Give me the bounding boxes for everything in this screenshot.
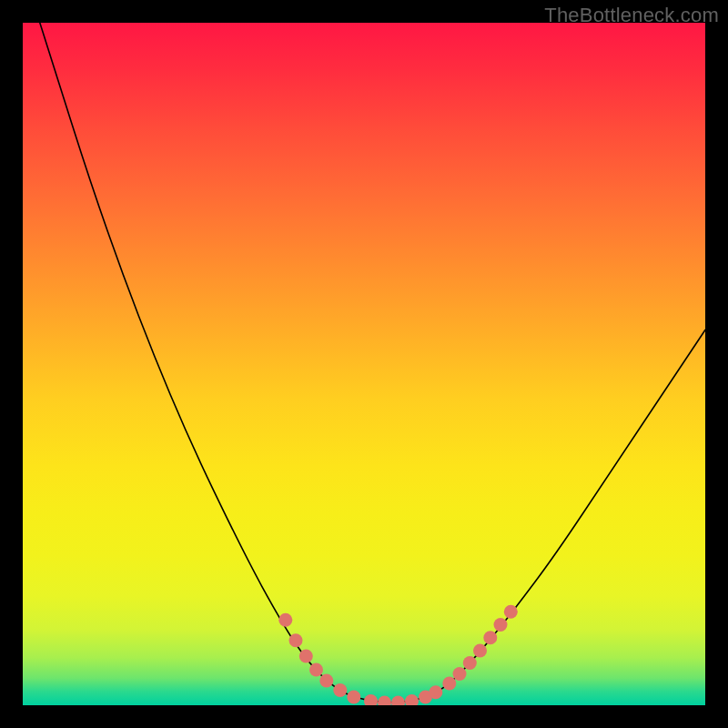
highlight-dot <box>309 663 323 677</box>
highlight-dot <box>483 631 497 644</box>
chart-stage: TheBottleneck.com <box>0 0 728 728</box>
highlight-dot <box>289 633 303 647</box>
highlight-dot <box>391 696 405 706</box>
highlight-dot <box>378 696 391 706</box>
highlighted-points-group <box>278 605 518 705</box>
highlight-dot <box>504 605 518 619</box>
highlight-dot <box>473 644 487 658</box>
highlight-dot <box>442 677 456 691</box>
highlight-dot <box>333 683 347 697</box>
watermark-text: TheBottleneck.com <box>544 4 719 27</box>
highlight-dot <box>405 694 419 705</box>
highlight-dot <box>319 674 333 688</box>
highlight-dot <box>347 691 360 704</box>
curve-svg <box>23 23 705 705</box>
highlight-dot <box>494 618 508 632</box>
highlight-dot <box>453 667 467 681</box>
highlight-dot <box>299 650 313 663</box>
highlight-dot <box>278 613 292 627</box>
highlight-dot <box>463 656 477 670</box>
highlight-dot <box>364 694 378 705</box>
plot-area <box>23 23 705 705</box>
bottleneck-curve <box>40 23 705 703</box>
highlight-dot <box>429 685 442 699</box>
